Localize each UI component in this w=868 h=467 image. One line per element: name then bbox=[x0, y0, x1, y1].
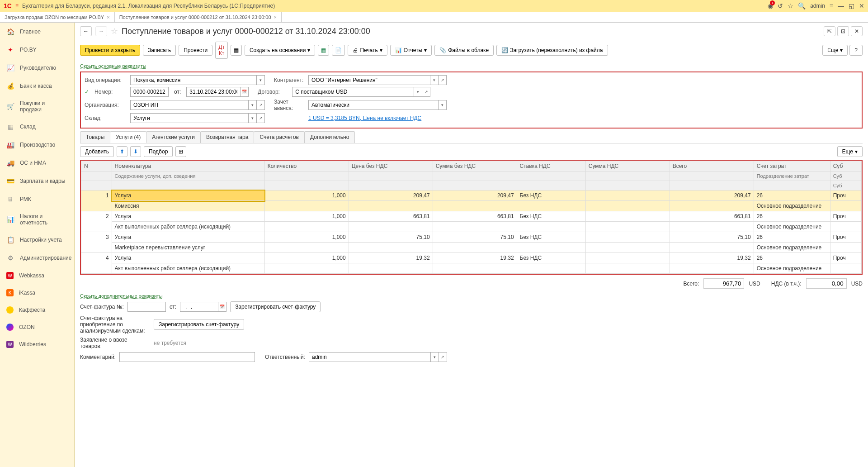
col-sub[interactable]: Суб bbox=[830, 161, 861, 172]
minimize-icon[interactable]: — bbox=[838, 2, 844, 10]
table-row[interactable]: 4 Услуга 1,000 19,32 19,32 Без НДС 19,32… bbox=[81, 253, 862, 263]
window-tab[interactable]: Загрузка продаж OZON по месяцам PO.BY× bbox=[0, 12, 115, 22]
table-row-sub[interactable]: Акт выполненных работ селлера (исходящий… bbox=[81, 263, 862, 274]
create-based-button[interactable]: Создать на основании ▾ bbox=[245, 45, 316, 56]
table-row[interactable]: 1 Услуга 1,000 209,47 209,47 Без НДС 209… bbox=[81, 191, 862, 201]
move-down-icon[interactable]: ⬇ bbox=[130, 146, 141, 157]
sf-date-input[interactable] bbox=[180, 302, 218, 312]
change-icon[interactable]: ⊞ bbox=[175, 146, 186, 157]
back-button[interactable]: ← bbox=[80, 26, 92, 36]
sidebar-item[interactable]: Каффеста bbox=[0, 301, 74, 319]
table-row[interactable]: 2 Услуга 1,000 663,81 663,81 Без НДС 663… bbox=[81, 211, 862, 222]
dropdown-icon[interactable]: ▾ bbox=[430, 75, 439, 85]
bell-icon[interactable]: ◉ bbox=[768, 2, 773, 10]
window-tab[interactable]: Поступление товаров и услуг 0000-000212 … bbox=[115, 12, 282, 22]
open-icon[interactable]: ↗ bbox=[439, 352, 447, 362]
search-icon[interactable]: 🔍 bbox=[798, 2, 806, 10]
table-row-sub[interactable]: Marketplace перевыставление услуг Основн… bbox=[81, 243, 862, 253]
komm-input[interactable] bbox=[119, 352, 255, 362]
help-button[interactable]: ? bbox=[849, 45, 863, 56]
zachet-input[interactable] bbox=[308, 100, 439, 110]
table-row-sub[interactable]: Комиссия Основное подразделение bbox=[81, 201, 862, 211]
sf-reg-button[interactable]: Зарегистрировать счет-фактуру bbox=[230, 301, 321, 312]
open-icon[interactable]: ↗ bbox=[257, 100, 265, 110]
copy-icon[interactable]: 📄 bbox=[332, 45, 345, 56]
podbor-button[interactable]: Подбор bbox=[144, 146, 173, 157]
dropdown-icon[interactable]: ▾ bbox=[249, 100, 257, 110]
sidebar-item[interactable]: 📋Настройки учета bbox=[0, 231, 74, 249]
sidebar-item[interactable]: 🏭Производство bbox=[0, 136, 74, 154]
save-button[interactable]: Записать bbox=[143, 45, 176, 56]
col-summa[interactable]: Сумма без НДС bbox=[433, 161, 517, 172]
sidebar-item[interactable]: 💰Банк и касса bbox=[0, 77, 74, 95]
open-icon[interactable]: ↗ bbox=[439, 75, 447, 85]
col-sub2[interactable]: Суб bbox=[830, 172, 861, 181]
dogovor-input[interactable] bbox=[292, 87, 414, 97]
link-icon[interactable]: ⇱ bbox=[824, 26, 835, 36]
col-n[interactable]: N bbox=[81, 161, 112, 172]
close-icon[interactable]: ✕ bbox=[859, 2, 864, 10]
add-row-button[interactable]: Добавить bbox=[80, 146, 114, 157]
col-stavka[interactable]: Ставка НДС bbox=[517, 161, 585, 172]
hide-add-link[interactable]: Скрыть дополнительные реквизиты bbox=[75, 292, 868, 300]
structure-icon[interactable]: ▦ bbox=[231, 45, 242, 56]
dropdown-icon[interactable]: ▾ bbox=[439, 100, 447, 110]
doc-tab[interactable]: Возвратная тара bbox=[200, 131, 255, 143]
org-input[interactable] bbox=[130, 100, 249, 110]
calendar-icon[interactable]: 📅 bbox=[218, 302, 226, 312]
otv-input[interactable] bbox=[309, 352, 431, 362]
vid-input[interactable] bbox=[130, 75, 257, 85]
files-cloud-button[interactable]: 📎 Файлы в облаке bbox=[434, 45, 494, 56]
excel-icon[interactable]: ▦ bbox=[318, 45, 329, 56]
dropdown-icon[interactable]: ▾ bbox=[431, 352, 439, 362]
history-icon[interactable]: ↺ bbox=[778, 2, 783, 10]
doc-tab[interactable]: Счета расчетов bbox=[254, 131, 305, 143]
favorite-icon[interactable]: ☆ bbox=[111, 26, 118, 36]
doc-tab[interactable]: Услуги (4) bbox=[110, 131, 146, 143]
doc-tab[interactable]: Товары bbox=[80, 131, 110, 143]
col-soderzh[interactable]: Содержание услуги, доп. сведения bbox=[112, 172, 264, 181]
date-input[interactable] bbox=[186, 87, 241, 97]
sidebar-item[interactable]: 🖥РМК bbox=[0, 190, 74, 208]
open-icon[interactable]: ↗ bbox=[422, 87, 430, 97]
col-podr[interactable]: Подразделение затрат bbox=[754, 172, 830, 181]
menu-icon[interactable]: ≡ bbox=[15, 3, 19, 9]
table-row[interactable]: 3 Услуга 1,000 75,10 75,10 Без НДС 75,10… bbox=[81, 232, 862, 243]
user-label[interactable]: admin bbox=[810, 3, 825, 9]
kontr-input[interactable] bbox=[308, 75, 430, 85]
sidebar-item[interactable]: ▦Склад bbox=[0, 118, 74, 136]
reports-button[interactable]: 📊 Отчеты ▾ bbox=[390, 45, 432, 56]
sidebar-item[interactable]: ⚙Администрирование bbox=[0, 249, 74, 267]
col-sub3[interactable]: Суб bbox=[830, 181, 861, 191]
forward-button[interactable]: → bbox=[95, 26, 107, 36]
nomer-input[interactable] bbox=[130, 87, 169, 97]
dtkt-icon[interactable]: ДтКт bbox=[215, 42, 228, 59]
sidebar-item[interactable]: 📊Налоги и отчетность bbox=[0, 208, 74, 231]
close-icon[interactable]: × bbox=[107, 14, 109, 20]
col-nomen[interactable]: Номенклатура bbox=[112, 161, 264, 172]
sidebar-item[interactable]: KiKassa bbox=[0, 284, 74, 301]
doc-tab[interactable]: Агентские услуги bbox=[146, 131, 201, 143]
open-icon[interactable]: ↗ bbox=[257, 113, 265, 123]
maximize-icon[interactable]: ◱ bbox=[849, 2, 854, 10]
sklad-input[interactable] bbox=[130, 113, 249, 123]
print-button[interactable]: 🖨 Печать ▾ bbox=[348, 45, 387, 56]
hide-main-link[interactable]: Скрыть основные реквизиты bbox=[75, 62, 868, 70]
sidebar-item[interactable]: ✦PO.BY bbox=[0, 41, 74, 59]
sidebar-item[interactable]: WWebkassa bbox=[0, 267, 74, 284]
star-icon[interactable]: ☆ bbox=[788, 2, 793, 10]
col-cena[interactable]: Цена без НДС bbox=[349, 161, 433, 172]
sidebar-item[interactable]: 🚚ОС и НМА bbox=[0, 154, 74, 172]
close-page-icon[interactable]: ✕ bbox=[851, 26, 863, 36]
dropdown-icon[interactable]: ▾ bbox=[257, 75, 265, 85]
calendar-icon[interactable]: 📅 bbox=[241, 87, 249, 97]
dropdown-icon[interactable]: ▾ bbox=[414, 87, 422, 97]
sidebar-item[interactable]: 🏠Главное bbox=[0, 23, 74, 41]
col-nds[interactable]: Сумма НДС bbox=[585, 161, 670, 172]
post-close-button[interactable]: Провести и закрыть bbox=[80, 45, 140, 56]
currency-link[interactable]: 1 USD = 3,3185 BYN, Цена не включает НДС bbox=[308, 115, 421, 121]
reload-file-button[interactable]: 🔄 Загрузить (перезаполнить) из файла bbox=[496, 45, 608, 56]
dropdown-icon[interactable]: ▾ bbox=[249, 113, 257, 123]
sidebar-item[interactable]: 💳Зарплата и кадры bbox=[0, 172, 74, 190]
doc-tab[interactable]: Дополнительно bbox=[304, 131, 355, 143]
